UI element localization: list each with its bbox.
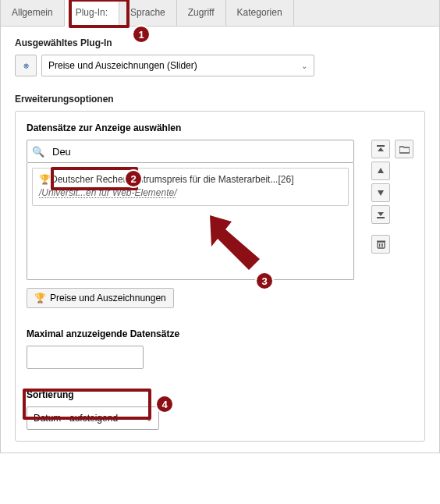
svg-marker-2 — [378, 168, 384, 173]
tab-zugriff[interactable]: Zugriff — [177, 0, 226, 26]
suggestion-text: Deutscher Rechenzentrumspreis für die Ma… — [51, 174, 293, 185]
trophy-icon: 🏆 — [34, 293, 46, 303]
browse-button[interactable] — [395, 140, 413, 158]
search-icon: 🔍 — [27, 146, 49, 158]
records-list[interactable]: 🏆Deutscher Rechenzentrumspreis für die M… — [27, 163, 354, 280]
plugin-icon: ⎈ — [23, 60, 29, 71]
svg-marker-3 — [378, 190, 384, 196]
trophy-icon: 🏆 — [39, 174, 51, 185]
records-label: Datensätze zur Anzeige auswählen — [27, 122, 413, 133]
sorting-value: Datum - aufsteigend — [34, 413, 118, 424]
svg-marker-1 — [378, 147, 384, 151]
suggestion-path: /Universit...en für Web-Elemente/ — [39, 187, 177, 198]
move-down-button[interactable] — [371, 183, 390, 202]
svg-marker-4 — [378, 212, 384, 216]
tab-allgemein[interactable]: Allgemein — [1, 0, 65, 26]
max-records-label: Maximal anzuzeigende Datensätze — [27, 328, 413, 339]
extension-box: Datensätze zur Anzeige auswählen 🔍 🏆Deut… — [15, 111, 425, 442]
svg-rect-5 — [377, 217, 385, 218]
extension-heading: Erweiterungsoptionen — [15, 94, 425, 105]
sorting-select[interactable]: Datum - aufsteigend ⌄ — [27, 406, 159, 430]
plugin-icon-button[interactable]: ⎈ — [15, 55, 37, 76]
tab-plugin[interactable]: Plug-In: — [65, 0, 119, 27]
max-records-input[interactable] — [27, 346, 144, 369]
records-tools — [371, 140, 413, 280]
svg-rect-0 — [377, 145, 385, 147]
awards-tag-button[interactable]: 🏆 Preise und Auszeichnungen — [27, 288, 174, 308]
tab-bar: Allgemein Plug-In: Sprache Zugriff Kateg… — [1, 0, 439, 27]
sorting-label: Sortierung — [27, 389, 413, 400]
awards-tag-label: Preise und Auszeichnungen — [50, 293, 166, 303]
plugin-select-value: Preise und Auszeichnungen (Slider) — [48, 60, 197, 71]
move-top-button[interactable] — [371, 140, 390, 158]
svg-rect-10 — [377, 241, 385, 243]
plugin-select[interactable]: Preise und Auszeichnungen (Slider) ⌄ — [41, 55, 314, 76]
chevron-down-icon: ⌄ — [146, 414, 152, 423]
records-suggestion[interactable]: 🏆Deutscher Rechenzentrumspreis für die M… — [32, 168, 349, 206]
chevron-down-icon: ⌄ — [301, 62, 307, 70]
selected-plugin-label: Ausgewähltes Plug-In — [15, 37, 425, 48]
records-search-row: 🔍 — [27, 140, 354, 163]
records-search-input[interactable] — [49, 141, 353, 161]
move-up-button[interactable] — [371, 161, 390, 180]
delete-button[interactable] — [371, 235, 390, 254]
tab-sprache[interactable]: Sprache — [119, 0, 177, 26]
move-bottom-button[interactable] — [371, 205, 390, 224]
tab-kategorien[interactable]: Kategorien — [226, 0, 294, 26]
